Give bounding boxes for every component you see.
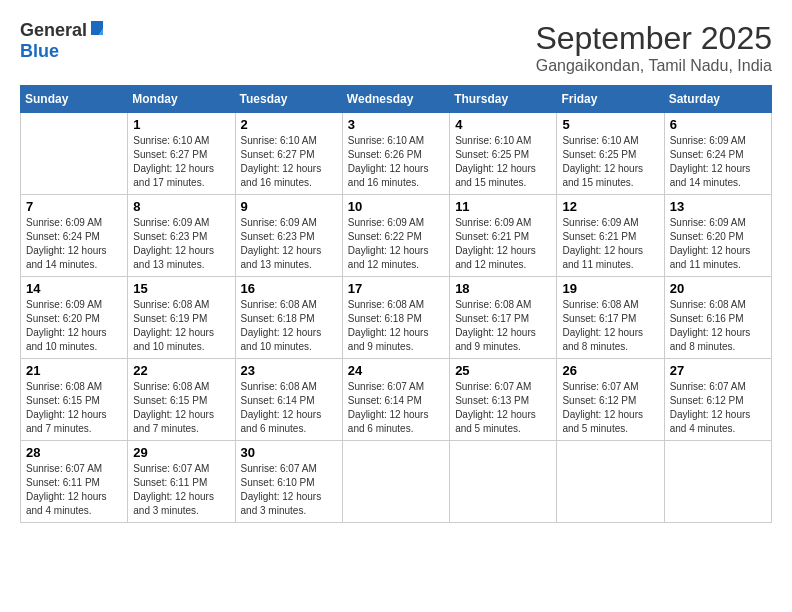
day-info: Sunrise: 6:08 AMSunset: 6:18 PMDaylight:… (348, 298, 444, 354)
calendar-cell: 22Sunrise: 6:08 AMSunset: 6:15 PMDayligh… (128, 359, 235, 441)
day-number: 27 (670, 363, 766, 378)
day-number: 23 (241, 363, 337, 378)
logo-general-text: General (20, 20, 87, 41)
calendar-cell (342, 441, 449, 523)
day-info: Sunrise: 6:09 AMSunset: 6:21 PMDaylight:… (562, 216, 658, 272)
calendar-cell: 21Sunrise: 6:08 AMSunset: 6:15 PMDayligh… (21, 359, 128, 441)
day-header-tuesday: Tuesday (235, 86, 342, 113)
day-header-friday: Friday (557, 86, 664, 113)
day-info: Sunrise: 6:08 AMSunset: 6:14 PMDaylight:… (241, 380, 337, 436)
calendar-cell: 13Sunrise: 6:09 AMSunset: 6:20 PMDayligh… (664, 195, 771, 277)
day-header-thursday: Thursday (450, 86, 557, 113)
calendar-cell: 26Sunrise: 6:07 AMSunset: 6:12 PMDayligh… (557, 359, 664, 441)
calendar-cell (557, 441, 664, 523)
logo-blue-text: Blue (20, 41, 59, 61)
calendar-cell: 14Sunrise: 6:09 AMSunset: 6:20 PMDayligh… (21, 277, 128, 359)
calendar-cell: 25Sunrise: 6:07 AMSunset: 6:13 PMDayligh… (450, 359, 557, 441)
calendar-cell (450, 441, 557, 523)
day-header-wednesday: Wednesday (342, 86, 449, 113)
day-number: 21 (26, 363, 122, 378)
day-header-saturday: Saturday (664, 86, 771, 113)
week-row-2: 7Sunrise: 6:09 AMSunset: 6:24 PMDaylight… (21, 195, 772, 277)
calendar-cell: 18Sunrise: 6:08 AMSunset: 6:17 PMDayligh… (450, 277, 557, 359)
day-number: 20 (670, 281, 766, 296)
day-number: 6 (670, 117, 766, 132)
day-number: 30 (241, 445, 337, 460)
day-number: 1 (133, 117, 229, 132)
calendar-cell: 15Sunrise: 6:08 AMSunset: 6:19 PMDayligh… (128, 277, 235, 359)
day-number: 16 (241, 281, 337, 296)
logo-icon (89, 21, 105, 41)
calendar-cell (664, 441, 771, 523)
day-info: Sunrise: 6:08 AMSunset: 6:17 PMDaylight:… (562, 298, 658, 354)
day-number: 12 (562, 199, 658, 214)
day-info: Sunrise: 6:10 AMSunset: 6:25 PMDaylight:… (562, 134, 658, 190)
calendar-cell: 9Sunrise: 6:09 AMSunset: 6:23 PMDaylight… (235, 195, 342, 277)
day-info: Sunrise: 6:07 AMSunset: 6:12 PMDaylight:… (562, 380, 658, 436)
calendar-cell: 28Sunrise: 6:07 AMSunset: 6:11 PMDayligh… (21, 441, 128, 523)
week-row-1: 1Sunrise: 6:10 AMSunset: 6:27 PMDaylight… (21, 113, 772, 195)
week-row-5: 28Sunrise: 6:07 AMSunset: 6:11 PMDayligh… (21, 441, 772, 523)
week-row-4: 21Sunrise: 6:08 AMSunset: 6:15 PMDayligh… (21, 359, 772, 441)
calendar-cell: 5Sunrise: 6:10 AMSunset: 6:25 PMDaylight… (557, 113, 664, 195)
day-number: 5 (562, 117, 658, 132)
calendar-cell: 8Sunrise: 6:09 AMSunset: 6:23 PMDaylight… (128, 195, 235, 277)
day-info: Sunrise: 6:07 AMSunset: 6:11 PMDaylight:… (26, 462, 122, 518)
day-info: Sunrise: 6:10 AMSunset: 6:27 PMDaylight:… (133, 134, 229, 190)
day-number: 22 (133, 363, 229, 378)
day-info: Sunrise: 6:10 AMSunset: 6:25 PMDaylight:… (455, 134, 551, 190)
day-number: 18 (455, 281, 551, 296)
calendar-cell: 30Sunrise: 6:07 AMSunset: 6:10 PMDayligh… (235, 441, 342, 523)
calendar-cell (21, 113, 128, 195)
day-info: Sunrise: 6:08 AMSunset: 6:19 PMDaylight:… (133, 298, 229, 354)
day-number: 2 (241, 117, 337, 132)
logo: General Blue (20, 20, 105, 62)
calendar-cell: 27Sunrise: 6:07 AMSunset: 6:12 PMDayligh… (664, 359, 771, 441)
day-number: 17 (348, 281, 444, 296)
day-number: 14 (26, 281, 122, 296)
main-title: September 2025 (535, 20, 772, 57)
day-number: 8 (133, 199, 229, 214)
day-info: Sunrise: 6:10 AMSunset: 6:26 PMDaylight:… (348, 134, 444, 190)
calendar-cell: 6Sunrise: 6:09 AMSunset: 6:24 PMDaylight… (664, 113, 771, 195)
calendar-cell: 17Sunrise: 6:08 AMSunset: 6:18 PMDayligh… (342, 277, 449, 359)
day-info: Sunrise: 6:09 AMSunset: 6:24 PMDaylight:… (670, 134, 766, 190)
day-number: 9 (241, 199, 337, 214)
day-info: Sunrise: 6:09 AMSunset: 6:24 PMDaylight:… (26, 216, 122, 272)
day-info: Sunrise: 6:07 AMSunset: 6:12 PMDaylight:… (670, 380, 766, 436)
day-info: Sunrise: 6:08 AMSunset: 6:15 PMDaylight:… (133, 380, 229, 436)
calendar: SundayMondayTuesdayWednesdayThursdayFrid… (20, 85, 772, 523)
calendar-cell: 4Sunrise: 6:10 AMSunset: 6:25 PMDaylight… (450, 113, 557, 195)
subtitle: Gangaikondan, Tamil Nadu, India (535, 57, 772, 75)
day-info: Sunrise: 6:07 AMSunset: 6:10 PMDaylight:… (241, 462, 337, 518)
day-number: 19 (562, 281, 658, 296)
calendar-cell: 24Sunrise: 6:07 AMSunset: 6:14 PMDayligh… (342, 359, 449, 441)
calendar-cell: 16Sunrise: 6:08 AMSunset: 6:18 PMDayligh… (235, 277, 342, 359)
day-number: 7 (26, 199, 122, 214)
day-number: 13 (670, 199, 766, 214)
calendar-cell: 11Sunrise: 6:09 AMSunset: 6:21 PMDayligh… (450, 195, 557, 277)
calendar-cell: 3Sunrise: 6:10 AMSunset: 6:26 PMDaylight… (342, 113, 449, 195)
day-number: 3 (348, 117, 444, 132)
week-row-3: 14Sunrise: 6:09 AMSunset: 6:20 PMDayligh… (21, 277, 772, 359)
day-number: 4 (455, 117, 551, 132)
calendar-cell: 23Sunrise: 6:08 AMSunset: 6:14 PMDayligh… (235, 359, 342, 441)
day-info: Sunrise: 6:09 AMSunset: 6:21 PMDaylight:… (455, 216, 551, 272)
calendar-cell: 10Sunrise: 6:09 AMSunset: 6:22 PMDayligh… (342, 195, 449, 277)
day-info: Sunrise: 6:08 AMSunset: 6:16 PMDaylight:… (670, 298, 766, 354)
day-info: Sunrise: 6:10 AMSunset: 6:27 PMDaylight:… (241, 134, 337, 190)
calendar-cell: 19Sunrise: 6:08 AMSunset: 6:17 PMDayligh… (557, 277, 664, 359)
day-info: Sunrise: 6:07 AMSunset: 6:11 PMDaylight:… (133, 462, 229, 518)
day-info: Sunrise: 6:09 AMSunset: 6:22 PMDaylight:… (348, 216, 444, 272)
day-info: Sunrise: 6:09 AMSunset: 6:20 PMDaylight:… (26, 298, 122, 354)
day-info: Sunrise: 6:08 AMSunset: 6:17 PMDaylight:… (455, 298, 551, 354)
day-header-monday: Monday (128, 86, 235, 113)
calendar-cell: 29Sunrise: 6:07 AMSunset: 6:11 PMDayligh… (128, 441, 235, 523)
day-number: 15 (133, 281, 229, 296)
day-number: 24 (348, 363, 444, 378)
day-number: 28 (26, 445, 122, 460)
header: General Blue September 2025 Gangaikondan… (20, 20, 772, 75)
day-header-sunday: Sunday (21, 86, 128, 113)
calendar-cell: 12Sunrise: 6:09 AMSunset: 6:21 PMDayligh… (557, 195, 664, 277)
day-number: 10 (348, 199, 444, 214)
